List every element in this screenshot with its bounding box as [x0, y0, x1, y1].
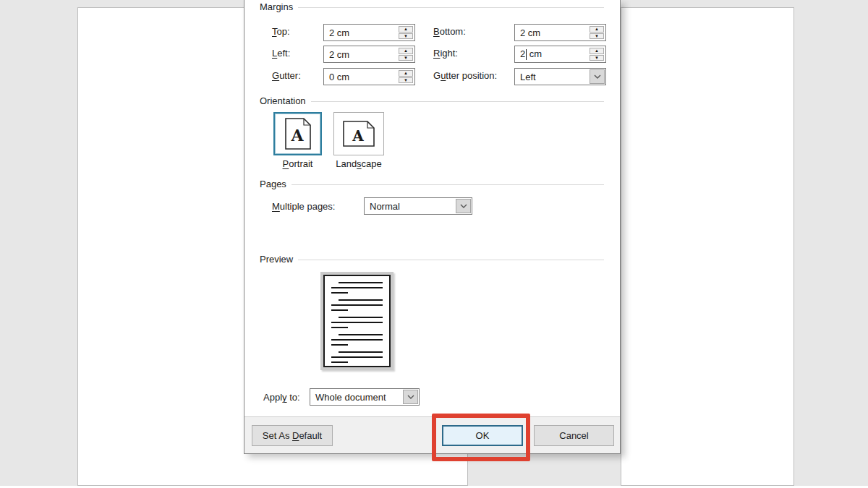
spinner-up-button[interactable]: ▲ — [399, 70, 413, 77]
right-margin-label: Right: — [433, 48, 458, 59]
apply-to-value: Whole document — [315, 392, 386, 403]
group-divider — [298, 7, 604, 8]
cancel-button[interactable]: Cancel — [534, 425, 614, 446]
spinner-up-icon: ▲ — [404, 27, 408, 31]
pages-group-header: Pages — [260, 179, 604, 189]
left-margin-spinner: ▲ ▼ — [399, 48, 413, 61]
spinner-down-icon: ▼ — [595, 34, 599, 38]
group-divider — [311, 101, 604, 102]
portrait-label: Portrait — [273, 158, 322, 169]
chevron-down-icon — [403, 390, 418, 404]
right-margin-value: 2 cm — [520, 48, 542, 60]
gutter-value: 0 cm — [329, 72, 349, 82]
chevron-down-icon — [456, 199, 471, 213]
spinner-up-button[interactable]: ▲ — [399, 26, 413, 33]
gutter-position-select[interactable]: Left — [514, 68, 606, 85]
preview-group-title: Preview — [260, 254, 293, 265]
landscape-page-icon: A — [342, 120, 375, 147]
left-margin-label: Left: — [272, 48, 290, 59]
multiple-pages-value: Normal — [370, 201, 400, 212]
spinner-down-icon: ▼ — [595, 56, 599, 60]
spinner-up-icon: ▲ — [595, 27, 599, 31]
bottom-margin-value: 2 cm — [520, 27, 540, 38]
right-margin-spinner: ▲ ▼ — [590, 48, 604, 61]
ok-highlight-annotation — [432, 414, 530, 461]
orientation-group-header: Orientation — [260, 95, 604, 106]
portrait-option[interactable]: A — [273, 112, 322, 155]
gutter-field[interactable]: 0 cm ▲ ▼ — [323, 68, 415, 85]
left-margin-value: 2 cm — [329, 49, 349, 60]
page-setup-dialog: Margins Top: 2 cm ▲ ▼ Bottom: 2 cm ▲ ▼ L… — [244, 0, 621, 454]
spinner-up-icon: ▲ — [404, 48, 408, 53]
left-margin-field[interactable]: 2 cm ▲ ▼ — [323, 46, 415, 63]
spinner-up-button[interactable]: ▲ — [590, 48, 604, 54]
spinner-down-button[interactable]: ▼ — [590, 33, 604, 40]
apply-to-label: Apply to: — [263, 392, 300, 403]
top-margin-spinner: ▲ ▼ — [399, 26, 413, 39]
top-margin-field[interactable]: 2 cm ▲ ▼ — [323, 24, 415, 41]
preview-thumbnail — [320, 272, 393, 370]
preview-page — [323, 275, 391, 367]
group-divider — [298, 260, 604, 260]
right-margin-field[interactable]: 2 cm ▲ ▼ — [514, 46, 606, 63]
spinner-up-button[interactable]: ▲ — [399, 48, 413, 54]
svg-text:A: A — [290, 126, 304, 145]
spinner-down-button[interactable]: ▼ — [399, 33, 413, 40]
spinner-up-icon: ▲ — [595, 48, 599, 53]
margins-group-header: Margins — [260, 1, 604, 12]
landscape-option[interactable]: A — [333, 112, 384, 155]
gutter-label: Gutter: — [272, 70, 301, 81]
bottom-margin-field[interactable]: 2 cm ▲ ▼ — [514, 24, 606, 41]
gutter-position-value: Left — [520, 72, 536, 82]
spinner-down-icon: ▼ — [404, 56, 408, 60]
margins-group-title: Margins — [260, 1, 293, 12]
orientation-group-title: Orientation — [260, 95, 306, 106]
preview-group-header: Preview — [260, 254, 604, 265]
gutter-position-label: Gutter position: — [433, 70, 497, 81]
spinner-up-icon: ▲ — [404, 71, 408, 75]
bottom-margin-spinner: ▲ ▼ — [590, 26, 604, 39]
multiple-pages-label: Multiple pages: — [272, 201, 335, 212]
apply-to-select[interactable]: Whole document — [310, 388, 420, 406]
spinner-up-button[interactable]: ▲ — [590, 26, 604, 33]
background-page-right — [621, 7, 794, 486]
spinner-down-icon: ▼ — [404, 78, 408, 82]
group-divider — [292, 184, 604, 185]
spinner-down-icon: ▼ — [404, 34, 408, 38]
gutter-spinner: ▲ ▼ — [399, 70, 413, 83]
cancel-button-label: Cancel — [559, 430, 588, 441]
top-margin-label: Top: — [272, 26, 290, 37]
spinner-down-button[interactable]: ▼ — [590, 55, 604, 61]
pages-group-title: Pages — [260, 179, 286, 189]
set-as-default-button[interactable]: Set As Default — [252, 425, 333, 446]
svg-text:A: A — [352, 127, 364, 145]
chevron-down-icon — [590, 69, 605, 84]
spinner-down-button[interactable]: ▼ — [399, 55, 413, 61]
top-margin-value: 2 cm — [329, 27, 349, 38]
portrait-page-icon: A — [284, 117, 312, 150]
set-as-default-label: Set As Default — [263, 430, 322, 441]
bottom-margin-label: Bottom: — [433, 26, 466, 37]
spinner-down-button[interactable]: ▼ — [399, 77, 413, 84]
multiple-pages-select[interactable]: Normal — [364, 197, 472, 215]
landscape-label: Landscape — [333, 158, 384, 169]
